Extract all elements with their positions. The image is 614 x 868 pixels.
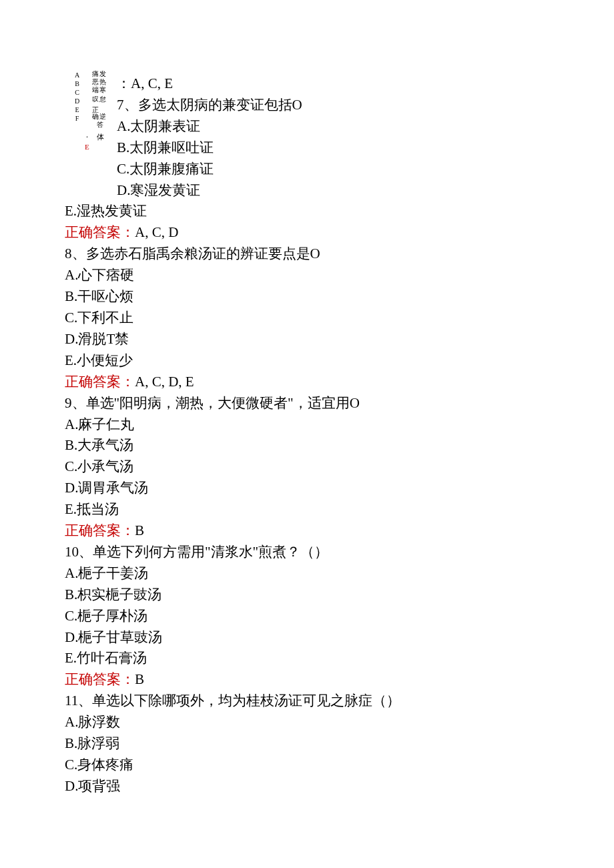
q10-option-c: C.梔子厚朴汤 [65,606,587,627]
q7-answer-value: A, C, D [135,224,178,240]
q9-answer-line: 正确答案：B [65,520,587,542]
vert-head-a: 痛发 [92,70,119,77]
vert-dot: · [86,133,89,141]
q10-option-a: A.梔子干姜汤 [65,563,587,584]
q7-option-b: B.太阴兼呕吐证 [117,137,587,159]
vert-red-e: E [85,143,90,151]
q11-option-b: B.脉浮弱 [65,733,587,755]
q11-prompt: 11、单选以下除哪项外，均为桂枝汤证可见之脉症（） [65,691,587,712]
q10-prompt: 10、单选下列何方需用"清浆水"煎煮？（） [65,542,587,563]
question-6-tail: ：A, C, E [65,73,587,95]
q9-option-e: E.抵当汤 [65,499,587,520]
vert-head-e: 叹怠 [92,95,119,103]
question-10: 10、单选下列何方需用"清浆水"煎煮？（） A.梔子干姜汤 B.枳实梔子豉汤 C… [65,542,587,691]
q10-answer-label: 正确答案： [65,671,135,687]
q7-answer-label: 正确答案： [65,224,135,240]
vert-ti: 体 [97,133,105,141]
q9-option-a: A.麻子仁丸 [65,414,587,436]
question-9: 9、单选"阳明病，潮热，大便微硬者"，适宜用O A.麻子仁丸 B.大承气汤 C.… [65,393,587,542]
vertical-text-block: 痛发 恶热 端 寒 叹怠 正 确逆 答 ABCDEF · E 体 [69,70,113,180]
q7-answer-line: 正确答案：A, C, D [65,222,587,244]
q7-option-d: D.寒湿发黄证 [117,180,587,201]
q7-option-e: E.湿热发黄证 [65,201,587,222]
question-7: 7、多选太阴病的兼变证包括O A.太阴兼表证 B.太阴兼呕吐证 C.太阴兼腹痛证… [65,95,587,244]
q8-option-d: D.滑脱T禁 [65,329,587,350]
q7-prompt: 7、多选太阴病的兼变证包括O [117,95,587,116]
q11-option-a: A.脉浮数 [65,712,587,733]
q8-answer-value: A, C, D, E [135,374,194,390]
q9-prompt: 9、单选"阳明病，潮热，大便微硬者"，适宜用O [65,393,587,414]
vert-head-d: 寒 [99,86,107,93]
q9-option-b: B.大承气汤 [65,435,587,456]
q9-option-d: D.调胃承气汤 [65,478,587,499]
q7-option-a: A.太阴兼表证 [117,116,587,137]
q9-answer-value: B [135,522,144,538]
q9-option-c: C.小承气汤 [65,456,587,478]
q7-option-c: C.太阴兼腹痛证 [117,159,587,180]
q10-option-b: B.枳实梔子豉汤 [65,584,587,606]
vert-head-c: 端 [92,86,99,93]
q6-answer-value: ：A, C, E [117,75,173,91]
question-8: 8、多选赤石脂禹余粮汤证的辨证要点是O A.心下痞硬 B.干呕心烦 C.下利不止… [65,244,587,392]
q10-option-d: D.梔子甘草豉汤 [65,627,587,648]
q8-option-a: A.心下痞硬 [65,265,587,286]
q9-answer-label: 正确答案： [65,522,135,538]
q11-option-c: C.身体疼痛 [65,755,587,776]
question-11: 11、单选以下除哪项外，均为桂枝汤证可见之脉症（） A.脉浮数 B.脉浮弱 C.… [65,691,587,797]
q11-option-d: D.项背强 [65,776,587,797]
q10-answer-line: 正确答案：B [65,669,587,691]
q8-option-c: C.下利不止 [65,308,587,329]
q8-option-b: B.干呕心烦 [65,286,587,308]
vert-head-g: 确逆 [92,113,119,120]
q8-answer-label: 正确答案： [65,374,135,390]
q6-answer-line: ：A, C, E [117,73,587,95]
q8-answer-line: 正确答案：A, C, D, E [65,372,587,393]
q8-option-e: E.小便短少 [65,350,587,372]
vert-head-b: 恶热 [92,78,119,85]
vert-head-h: 答 [97,121,104,128]
q8-prompt: 8、多选赤石脂禹余粮汤证的辨证要点是O [65,244,587,265]
q10-answer-value: B [135,671,144,687]
abc-vertical: ABCDEF [73,71,81,123]
q10-option-e: E.竹叶石膏汤 [65,648,587,669]
